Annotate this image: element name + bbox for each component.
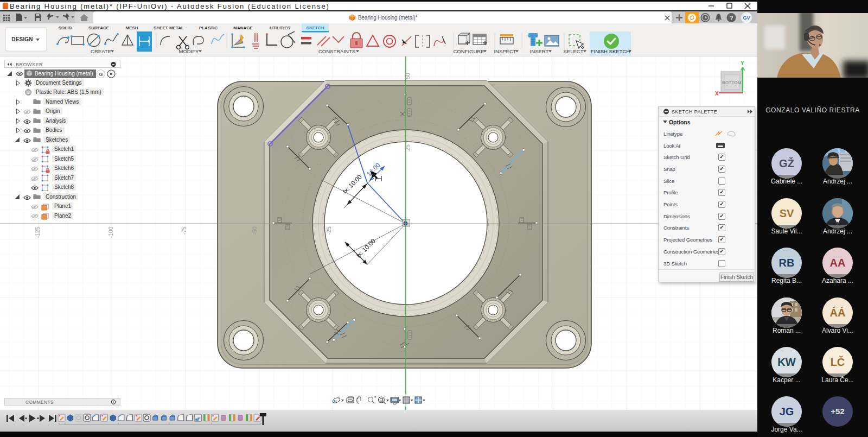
svg-text:UTILITIES: UTILITIES [270,26,290,30]
svg-text:25: 25 [404,144,411,151]
svg-text:BOTTOM: BOTTOM [722,80,741,85]
svg-text:FINISH SKETCH: FINISH SKETCH [591,48,630,54]
svg-text:CONFIGURE: CONFIGURE [454,48,484,54]
svg-text:-75: -75 [181,226,187,235]
svg-text:X: X [715,91,719,97]
svg-text:MODIFY: MODIFY [179,48,200,54]
svg-text:-125: -125 [34,226,41,238]
svg-text:PLASTIC: PLASTIC [199,26,218,30]
svg-text:MANAGE: MANAGE [233,26,253,30]
svg-text:Bearing Housing (metal)*: Bearing Housing (metal)* [358,15,418,21]
svg-text:?: ? [730,15,733,21]
svg-text:G: G [99,72,103,77]
svg-text:SURFACE: SURFACE [88,26,110,30]
svg-text:CREATE: CREATE [91,48,111,54]
svg-text:50: 50 [404,73,411,79]
svg-text:BROWSER: BROWSER [16,62,43,67]
svg-text:INSERT: INSERT [530,48,549,54]
svg-text:CONSTRAINTS: CONSTRAINTS [318,48,355,54]
svg-text:GV: GV [743,15,750,21]
svg-text:Y: Y [741,60,744,66]
svg-text:DESIGN: DESIGN [11,36,33,42]
svg-text:-50: -50 [251,226,258,235]
svg-text:-100: -100 [107,226,114,238]
svg-text:SHEET METAL: SHEET METAL [154,26,184,30]
svg-text:INSPECT: INSPECT [494,48,516,54]
svg-text:-25: -25 [326,226,332,235]
svg-text:SKETCH PALETTE: SKETCH PALETTE [672,109,717,115]
svg-text:SELECT: SELECT [564,48,584,54]
svg-text:MESH: MESH [125,26,138,30]
svg-text:SOLID: SOLID [59,26,72,30]
svg-text:SKETCH: SKETCH [307,26,324,30]
